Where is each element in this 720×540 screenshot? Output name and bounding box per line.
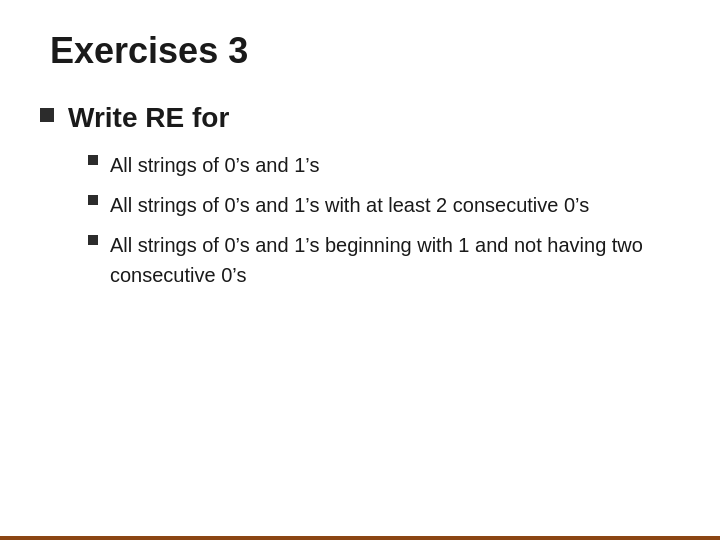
list-item: All strings of 0’s and 1’s with at least…: [88, 190, 680, 220]
section-body: Write RE for All strings of 0’s and 1’s …: [68, 102, 680, 300]
main-bullet-icon: [40, 108, 54, 122]
sub-item-text-3: All strings of 0’s and 1’s beginning wit…: [110, 230, 680, 290]
sub-bullet-icon: [88, 235, 98, 245]
sub-bullet-icon: [88, 195, 98, 205]
section-title: Write RE for: [68, 102, 229, 133]
bottom-decorative-line: [0, 536, 720, 540]
main-section: Write RE for All strings of 0’s and 1’s …: [40, 102, 680, 300]
sub-items-list: All strings of 0’s and 1’s All strings o…: [68, 150, 680, 290]
slide-container: Exercises 3 Write RE for All strings of …: [0, 0, 720, 540]
sub-bullet-icon: [88, 155, 98, 165]
sub-item-text-2: All strings of 0’s and 1’s with at least…: [110, 190, 589, 220]
list-item: All strings of 0’s and 1’s beginning wit…: [88, 230, 680, 290]
slide-title: Exercises 3: [40, 30, 680, 72]
sub-item-text-1: All strings of 0’s and 1’s: [110, 150, 319, 180]
list-item: All strings of 0’s and 1’s: [88, 150, 680, 180]
